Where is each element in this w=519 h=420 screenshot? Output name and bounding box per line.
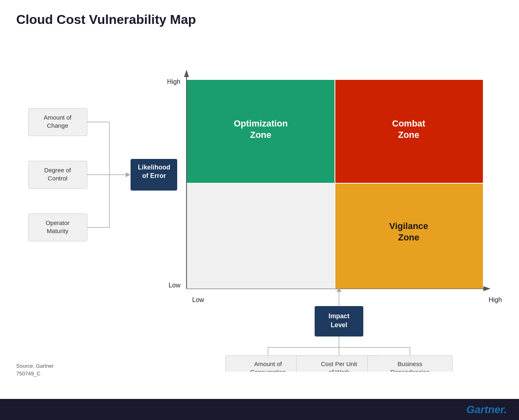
left-label-1-line2: Change [47, 122, 69, 129]
y-low-label: Low [169, 282, 181, 289]
quadrant-empty [187, 183, 335, 289]
y-high-label: High [167, 78, 180, 85]
sub-label-2-line1: Cost Per Unit [321, 360, 357, 367]
footer-bar: Gartner. [0, 399, 519, 420]
chart-svg: Amount of Change Degree of Control Opera… [16, 39, 503, 372]
gartner-dot: . [504, 403, 507, 416]
x-low-label: Low [192, 296, 204, 303]
gartner-logo-text: Gartner [466, 403, 504, 416]
quadrant-vig-line2: Zone [398, 232, 420, 242]
x-axis-arrow [483, 286, 491, 291]
main-container: Cloud Cost Vulnerability Map Amount of C… [0, 0, 519, 377]
quadrant-combat-line2: Zone [398, 130, 420, 140]
gartner-logo: Gartner. [466, 403, 507, 416]
x-axis-label-line1: Impact [328, 313, 350, 319]
sub-label-2-line2: of Work [328, 369, 350, 372]
sub-label-3-line1: Business [398, 360, 422, 367]
left-label-2-line1: Degree of [44, 167, 71, 174]
left-label-1-line1: Amount of [44, 114, 72, 121]
quadrant-vig-line1: Vigilance [389, 221, 428, 231]
y-axis-label-line1: Likelihood [138, 164, 170, 171]
page-title: Cloud Cost Vulnerability Map [16, 12, 503, 27]
y-axis-label-line2: of Error [142, 172, 166, 179]
left-label-3-line2: Maturity [47, 227, 69, 234]
x-high-label: High [489, 296, 502, 303]
left-label-3-line1: Operator [45, 219, 69, 226]
quadrant-opt-line1: Optimization [234, 118, 287, 129]
left-label-2-line2: Control [48, 175, 67, 182]
quadrant-combat-line1: Combat [392, 118, 426, 129]
sub-label-3-line2: Dependencies [390, 369, 429, 372]
sub-label-1-line2: Consumption [250, 369, 286, 372]
connector-arrow [126, 172, 131, 177]
x-axis-label-line2: Level [331, 321, 347, 328]
sub-label-1-line1: Amount of [254, 360, 282, 367]
quadrant-opt-line2: Zone [250, 130, 272, 140]
y-axis-arrow [184, 70, 189, 77]
